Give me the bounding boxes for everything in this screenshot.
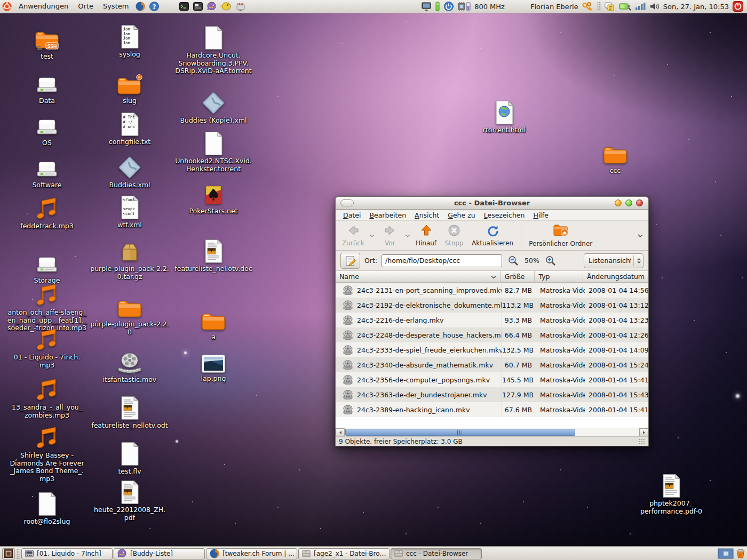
back-dropdown[interactable] bbox=[368, 223, 376, 249]
desktop-icon[interactable]: heute_22012008_ZH. pdf bbox=[90, 480, 170, 522]
desktop-icon[interactable]: # Thi# ~/.# uncconfigfile.txt bbox=[90, 112, 170, 146]
desktop-icon[interactable]: <?xml<expc<confwtf.xml bbox=[90, 195, 170, 229]
tweak-launcher-icon[interactable] bbox=[234, 0, 248, 13]
taskbar-button[interactable]: [tweaker.ch Forum | … bbox=[206, 548, 297, 559]
file-row[interactable]: 24c3-2131-en-port_scanning_improved.mkv8… bbox=[336, 283, 648, 298]
taskbar-button[interactable]: ccc - Datei-Browser bbox=[391, 548, 482, 559]
refresh-button[interactable]: Aktualisieren bbox=[468, 223, 517, 249]
menu-item-3[interactable]: Gehe zu bbox=[443, 210, 479, 220]
panel-drag-handle[interactable] bbox=[597, 2, 601, 11]
desktop-icon[interactable]: phptek2007_ performance.pdf-0 bbox=[631, 474, 711, 515]
taskbar-button[interactable]: [Buddy-Liste] bbox=[114, 548, 205, 559]
desktop-icon[interactable]: a bbox=[173, 307, 253, 341]
desktop-icon[interactable]: ccc bbox=[575, 141, 655, 175]
file-row[interactable]: 24c3-2192-de-elektronische_dokumente.mkv… bbox=[336, 298, 648, 313]
menu-anwendungen[interactable]: Anwendungen bbox=[14, 0, 73, 13]
desktop-icon[interactable]: Storage bbox=[7, 251, 87, 285]
ubuntu-logo-icon[interactable] bbox=[0, 0, 14, 13]
menu-item-1[interactable]: Bearbeiten bbox=[365, 210, 410, 220]
notification-icon[interactable] bbox=[602, 0, 617, 13]
location-toggle-button[interactable] bbox=[340, 253, 360, 269]
file-row[interactable]: 24c3-2248-de-desperate_house_hackers.mkv… bbox=[336, 327, 648, 342]
cpu-frequency-label[interactable]: 800 MHz bbox=[473, 3, 506, 11]
menu-system[interactable]: System bbox=[98, 0, 133, 13]
scrollbar-thumb[interactable] bbox=[345, 429, 575, 436]
file-browser-window[interactable]: ccc - Datei-Browser DateiBearbeitenAnsic… bbox=[335, 196, 649, 446]
desktop-icon[interactable]: purple-plugin_pack-2.2. 0 bbox=[90, 294, 170, 336]
menu-item-4[interactable]: Lesezeichen bbox=[480, 210, 529, 220]
menu-orte[interactable]: Orte bbox=[73, 0, 98, 13]
trash-icon[interactable] bbox=[736, 548, 745, 559]
desktop-icon[interactable]: root@flo2slug bbox=[7, 492, 87, 526]
desktop-icon[interactable]: feddetrack.mp3 bbox=[7, 196, 87, 230]
fish-launcher-icon[interactable] bbox=[219, 0, 234, 13]
desktop-icon[interactable]: Buddies.xml bbox=[90, 155, 170, 189]
file-row[interactable]: 24c3-2333-de-spiel_freude_eierkuchen.mkv… bbox=[336, 342, 648, 357]
terminal-launcher-icon[interactable] bbox=[177, 0, 191, 13]
home-button[interactable]: Persönlicher Ordner bbox=[525, 223, 596, 249]
forward-button[interactable]: Vor bbox=[376, 223, 404, 249]
close-button[interactable] bbox=[636, 199, 643, 206]
clock[interactable]: Son, 27. Jan, 10:53 bbox=[662, 3, 730, 11]
desktop-icon[interactable]: PokerStars.net bbox=[173, 181, 253, 215]
menu-item-0[interactable]: Datei bbox=[339, 210, 365, 220]
desktop-icon[interactable]: Buddies (Kopie).xml bbox=[173, 91, 253, 125]
battery-meter-icon[interactable] bbox=[433, 0, 442, 13]
file-row[interactable]: 24c3-2389-en-hacking_icann.mkv67.6 MBMat… bbox=[336, 402, 648, 417]
battery-icon[interactable] bbox=[617, 0, 633, 13]
cpu-frequency-icon[interactable] bbox=[456, 0, 473, 13]
workspace-switcher[interactable] bbox=[718, 548, 734, 559]
desktop-icon[interactable]: featureliste_nellotv.doc bbox=[173, 239, 253, 273]
desktop-icon[interactable]: Hardcore.Uncut. Snowboarding.3.PPV. DSRi… bbox=[173, 26, 253, 75]
desktop-icon[interactable]: slug bbox=[90, 71, 170, 105]
column-header-name[interactable]: Name bbox=[336, 271, 501, 282]
title-bar[interactable]: ccc - Datei-Browser bbox=[336, 197, 648, 210]
volume-icon[interactable] bbox=[648, 0, 662, 13]
pidgin-launcher-icon[interactable] bbox=[205, 0, 219, 13]
taskbar-button[interactable]: [age2_x1 - Datei-Bro… bbox=[298, 548, 390, 559]
desktop-icon[interactable]: SSHtest bbox=[7, 27, 87, 61]
taskbar-button[interactable]: [01. Liquido - 7Inch] bbox=[21, 548, 113, 559]
file-row[interactable]: 24c3-2216-de-erlang.mkv93.3 MBMatroska-V… bbox=[336, 313, 648, 327]
desktop-icon[interactable]: itsfantastic.mov bbox=[90, 350, 170, 384]
show-desktop-button[interactable] bbox=[2, 548, 15, 559]
menu-item-2[interactable]: Ansicht bbox=[410, 210, 443, 220]
scroll-right-button[interactable] bbox=[639, 428, 648, 436]
desktop-icon[interactable]: anton_och_affe-slaeng_ en_hand_upp__feat… bbox=[7, 283, 87, 332]
location-input[interactable] bbox=[382, 254, 502, 267]
signal-strength-icon[interactable] bbox=[633, 0, 648, 13]
zoom-out-button[interactable] bbox=[506, 253, 520, 268]
menu-item-5[interactable]: Hilfe bbox=[529, 210, 552, 220]
desktop-icon[interactable]: 13_sandra_-_all_you_ zombies.mp3 bbox=[7, 378, 87, 419]
toolbar-overflow-button[interactable] bbox=[637, 234, 643, 238]
desktop-icon[interactable]: rtorrent.html bbox=[464, 100, 544, 134]
up-button[interactable]: Hinauf bbox=[412, 223, 440, 249]
back-button[interactable]: Zurück bbox=[338, 223, 368, 249]
desktop-icon[interactable]: 01 - Liquido - 7inch. mp3 bbox=[7, 327, 87, 369]
file-row[interactable]: 24c3-2363-de-der_bundestrojaner.mkv127.9… bbox=[336, 387, 648, 402]
desktop-icon[interactable]: Unhooked2.NTSC.Xvid. Henkster.torrent bbox=[173, 131, 253, 173]
desktop-icon[interactable]: test.flv bbox=[90, 442, 170, 476]
resize-grip[interactable] bbox=[639, 438, 645, 445]
desktop-icon[interactable]: Software bbox=[7, 155, 87, 189]
column-header-type[interactable]: Typ bbox=[535, 271, 583, 282]
screen-launcher-icon[interactable] bbox=[191, 0, 205, 13]
desktop-icon[interactable]: Data bbox=[7, 71, 87, 105]
display-icon[interactable] bbox=[419, 0, 433, 13]
firefox-launcher-icon[interactable] bbox=[133, 0, 147, 13]
scrollbar-track[interactable] bbox=[345, 428, 639, 436]
desktop-icon[interactable]: purple-plugin_pack-2.2. 0.tar.gz bbox=[90, 239, 170, 281]
help-launcher-icon[interactable]: ? bbox=[147, 0, 161, 13]
desktop-icon[interactable]: featureliste_nellotv.odt bbox=[90, 396, 170, 430]
keyring-icon[interactable] bbox=[580, 0, 596, 13]
file-row[interactable]: 24c3-2340-de-absurde_mathematik.mkv60.7 … bbox=[336, 357, 648, 372]
user-name[interactable]: Florian Eberle bbox=[529, 3, 580, 11]
maximize-button[interactable] bbox=[625, 199, 632, 206]
desktop-icon[interactable]: JanJanJanJansyslog bbox=[90, 25, 170, 59]
power-manager-icon[interactable] bbox=[442, 0, 456, 13]
taskbar-drag-handle[interactable] bbox=[17, 549, 20, 559]
column-header-date[interactable]: Änderungsdatum bbox=[583, 271, 648, 282]
forward-dropdown[interactable] bbox=[404, 223, 412, 249]
desktop-icon[interactable]: Shirley Bassey - Diamonds Are Forever _J… bbox=[7, 426, 87, 483]
file-row[interactable]: 24c3-2356-de-computer_popsongs.mkv145.5 … bbox=[336, 372, 648, 387]
